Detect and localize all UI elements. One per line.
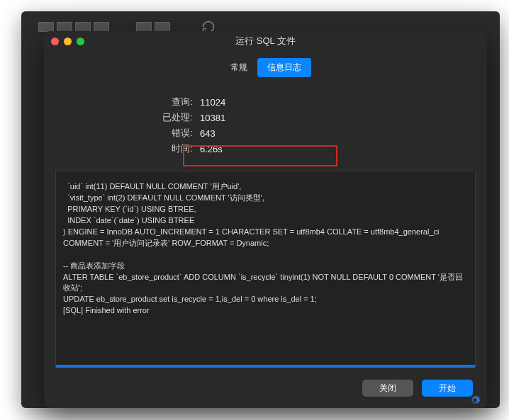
processed-label: 已处理: [157, 111, 193, 124]
close-button[interactable]: 关闭 [362, 380, 413, 397]
tab-log[interactable]: 信息日志 [257, 58, 311, 77]
processed-value: 10381 [200, 113, 225, 123]
toolbar-tile[interactable] [75, 22, 91, 32]
time-label: 时间: [157, 142, 193, 155]
start-button[interactable]: 开始 [422, 380, 473, 397]
queries-label: 查询: [157, 96, 193, 108]
titlebar: 运行 SQL 文件 [44, 31, 487, 51]
log-text: `uid` int(11) DEFAULT NULL COMMENT '用户ui… [63, 181, 468, 317]
toolbar-tile[interactable] [57, 22, 72, 32]
dialog-title: 运行 SQL 文件 [44, 35, 487, 47]
toolbar-tile[interactable] [94, 22, 109, 32]
errors-label: 错误: [157, 127, 193, 140]
stat-row-processed: 已处理: 10381 [157, 110, 487, 125]
time-value: 6.26s [200, 144, 223, 154]
tab-general[interactable]: 常规 [220, 58, 257, 77]
stat-row-errors: 错误: 643 [157, 125, 487, 141]
toolbar-tile[interactable] [155, 22, 170, 32]
run-sql-dialog: 运行 SQL 文件 常规 信息日志 查询: 11024 已处理: 10381 错… [44, 31, 487, 408]
queries-value: 11024 [200, 97, 225, 108]
toolbar-tile[interactable] [38, 22, 54, 32]
stat-row-queries: 查询: 11024 [157, 94, 487, 110]
gear-icon[interactable] [469, 395, 481, 406]
errors-value: 643 [200, 128, 216, 139]
stats-block: 查询: 11024 已处理: 10381 错误: 643 时间: 6.26s [44, 94, 487, 157]
dialog-tabs: 常规 信息日志 [44, 58, 487, 77]
progress-bar [56, 365, 475, 368]
log-output[interactable]: `uid` int(11) DEFAULT NULL COMMENT '用户ui… [55, 171, 476, 368]
dialog-buttons: 关闭 开始 [44, 368, 487, 408]
toolbar-tile[interactable] [136, 22, 152, 32]
stat-row-time: 时间: 6.26s [157, 141, 487, 157]
